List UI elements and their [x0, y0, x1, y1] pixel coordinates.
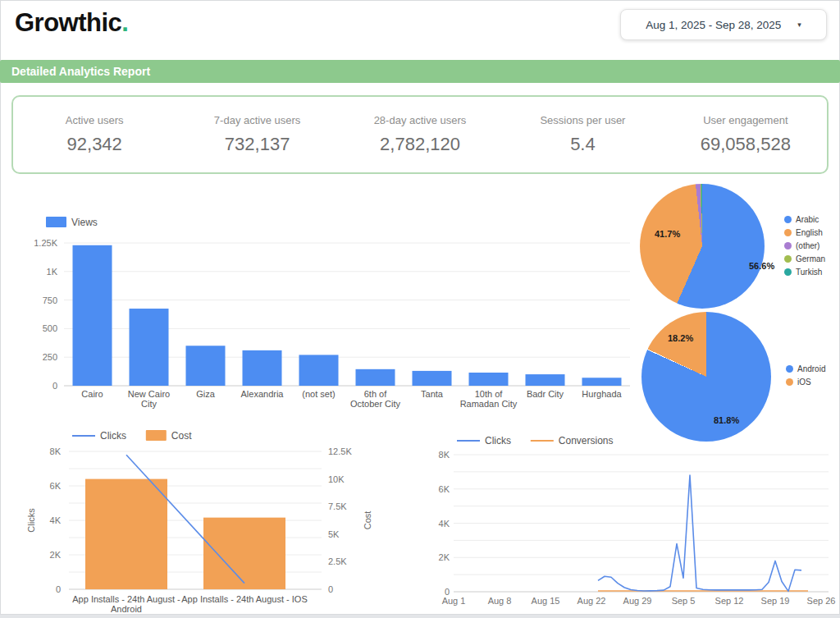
- x-axis-tick: Sep 5: [672, 596, 696, 606]
- x-axis-tick: Aug 1: [442, 596, 466, 606]
- bar-10th-of-ramadan-city[interactable]: [469, 373, 509, 386]
- legend-swatch-rect: [46, 217, 66, 227]
- bar-tanta[interactable]: [413, 371, 452, 386]
- bar-new-cairo-city[interactable]: [130, 309, 169, 386]
- logo-dot: .: [121, 8, 128, 37]
- bar-6th-of-october-city[interactable]: [356, 369, 395, 386]
- stat-label: Sessions per user: [501, 114, 664, 126]
- bar-giza[interactable]: [186, 346, 226, 386]
- y-axis-tick: 1.25K: [34, 238, 57, 248]
- x-axis-tick: Aug 15: [532, 596, 560, 606]
- stat-label: 7-day active users: [176, 114, 338, 126]
- language-pie-chart[interactable]: 56.6% 41.7% ArabicEnglish(other)GermanTu…: [640, 182, 840, 310]
- legend-item-arabic[interactable]: Arabic: [784, 215, 825, 224]
- date-range-value: Aug 1, 2025 - Sep 28, 2025: [646, 19, 781, 31]
- x-axis-tick: Sep 26: [807, 596, 836, 606]
- x-axis-category-label: 6th ofOctober City: [350, 389, 401, 409]
- y-axis-tick: 6K: [439, 484, 450, 494]
- legend-item-german[interactable]: German: [784, 254, 825, 263]
- legend-label: German: [796, 254, 825, 263]
- campaign-clicks-cost-chart[interactable]: ClicksCost02K4K6K8K02.5K5K7.5K10K12.5KCl…: [23, 423, 381, 618]
- y-axis-tick: 250: [43, 352, 57, 362]
- left-axis-tick: 0: [56, 584, 61, 594]
- x-axis-category-label: Giza: [196, 389, 216, 399]
- stat-7day-active-users: 7-day active users 732,137: [176, 114, 338, 155]
- dropdown-caret-icon: ▾: [797, 21, 801, 29]
- legend-dot-icon: [784, 268, 792, 276]
- legend-label: Conversions: [559, 435, 614, 446]
- bar-badr-city[interactable]: [526, 374, 565, 386]
- left-axis-tick: 4K: [50, 515, 62, 525]
- clicks-line-series[interactable]: [598, 475, 801, 591]
- analytics-dashboard: Growthic. Aug 1, 2025 - Sep 28, 2025 ▾ D…: [0, 0, 840, 618]
- x-axis-category-label: 10th ofRamadan City: [460, 389, 518, 409]
- right-axis-tick: 7.5K: [328, 501, 347, 511]
- date-range-selector[interactable]: Aug 1, 2025 - Sep 28, 2025 ▾: [620, 9, 827, 40]
- stat-label: 28-day active users: [339, 114, 501, 126]
- bar--not-set-[interactable]: [299, 355, 339, 386]
- right-axis-tick: 5K: [328, 529, 340, 539]
- line-chart-canvas[interactable]: ClicksConversions02K4K6K8KAug 1Aug 8Aug …: [436, 430, 840, 618]
- report-title-banner: Detailed Analytics Report: [0, 60, 840, 83]
- legend-item-conversions[interactable]: Conversions: [531, 435, 614, 446]
- right-axis-tick: 0: [328, 584, 333, 594]
- stat-value: 69,058,528: [664, 134, 827, 155]
- y-axis-tick: 4K: [439, 519, 450, 529]
- x-axis-tick: Sep 19: [761, 596, 790, 606]
- legend-dot-icon: [784, 255, 792, 263]
- x-axis-tick: Aug 8: [488, 596, 512, 606]
- legend-item-cost[interactable]: Cost: [146, 430, 192, 442]
- legend-label: Android: [797, 364, 825, 373]
- legend-label: Clicks: [485, 435, 511, 446]
- legend-swatch-rect: [146, 430, 167, 441]
- pie-slice-label: 41.7%: [655, 229, 680, 239]
- y-axis-tick: 500: [43, 323, 57, 333]
- legend-item-clicks[interactable]: Clicks: [72, 430, 126, 442]
- legend-item-clicks[interactable]: Clicks: [457, 435, 511, 446]
- x-axis-category-label: App Installs - 24th August - IOS: [181, 594, 307, 604]
- bar-cairo[interactable]: [73, 245, 112, 386]
- x-axis-category-label: Hurghada: [582, 389, 622, 399]
- logo-text: Growthic: [15, 8, 121, 37]
- legend-dot-icon: [784, 242, 792, 249]
- x-axis-tick: Aug 29: [623, 596, 652, 606]
- bar-alexandria[interactable]: [243, 350, 282, 386]
- x-axis-category-label: New CairoCity: [128, 389, 170, 409]
- legend-item-views[interactable]: Views: [46, 217, 98, 228]
- app-logo: Growthic.: [15, 8, 128, 38]
- cost-bar[interactable]: [85, 479, 167, 589]
- legend-item-english[interactable]: English: [784, 228, 825, 237]
- report-title: Detailed Analytics Report: [11, 65, 150, 78]
- combo-chart-canvas[interactable]: ClicksCost02K4K6K8K02.5K5K7.5K10K12.5KCl…: [23, 423, 381, 618]
- legend-label: (other): [796, 241, 819, 250]
- x-axis-category-label: Alexandria: [241, 389, 285, 399]
- cost-bar[interactable]: [203, 518, 285, 589]
- pie-language[interactable]: [640, 184, 765, 309]
- pie-slice-label: 56.6%: [749, 261, 774, 271]
- stat-value: 5.4: [501, 134, 664, 155]
- x-axis-tick: Aug 22: [578, 596, 606, 606]
- legend-label: iOS: [797, 378, 811, 387]
- stat-active-users: Active users 92,342: [13, 114, 176, 155]
- bar-chart-canvas[interactable]: Views02505007501K1.25KCairoNew CairoCity…: [23, 212, 637, 423]
- legend-item-turkish[interactable]: Turkish: [784, 268, 825, 277]
- legend-label: English: [796, 228, 823, 237]
- left-axis-tick: 2K: [50, 550, 62, 560]
- platform-pie-chart[interactable]: 81.8% 18.2% AndroidiOS: [640, 310, 840, 448]
- legend-label: Turkish: [796, 268, 822, 277]
- bar-hurghada[interactable]: [582, 378, 622, 386]
- legend-item-android[interactable]: Android: [786, 364, 825, 373]
- legend-item-ios[interactable]: iOS: [786, 378, 825, 387]
- legend-item--other-[interactable]: (other): [784, 241, 825, 250]
- x-axis-category-label: App Installs - 24th August -Android: [72, 594, 180, 614]
- y-axis-tick: 750: [43, 295, 57, 305]
- pie-platform[interactable]: [641, 312, 771, 442]
- y-axis-tick: 2K: [439, 552, 450, 562]
- legend-label: Cost: [171, 430, 192, 442]
- views-by-city-bar-chart[interactable]: Views02505007501K1.25KCairoNew CairoCity…: [23, 212, 637, 423]
- right-axis-tick: 2.5K: [328, 556, 347, 566]
- clicks-conversions-line-chart[interactable]: ClicksConversions02K4K6K8KAug 1Aug 8Aug …: [436, 430, 840, 618]
- right-axis-title: Cost: [363, 511, 372, 530]
- stat-28day-active-users: 28-day active users 2,782,120: [339, 114, 501, 155]
- y-axis-tick: 1K: [47, 267, 58, 277]
